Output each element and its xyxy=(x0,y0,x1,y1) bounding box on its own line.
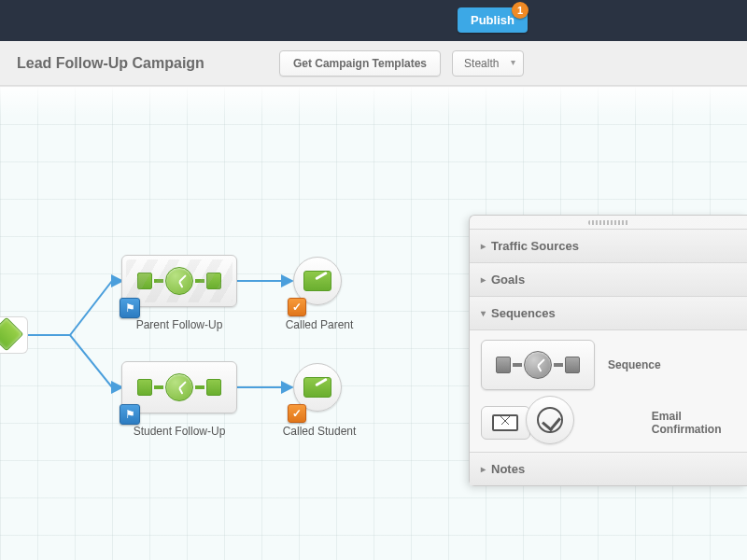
note-edit-icon xyxy=(303,377,331,398)
get-templates-button[interactable]: Get Campaign Templates xyxy=(279,50,441,77)
check-icon: ✓ xyxy=(288,298,306,316)
flag-icon: ⚑ xyxy=(120,404,140,425)
sequence-icon xyxy=(137,267,221,295)
topbar: Publish 1 xyxy=(0,0,747,41)
sequence-icon xyxy=(496,351,580,379)
palette-item-sequence-label: Sequence xyxy=(608,358,661,371)
sequence-icon xyxy=(137,373,221,401)
check-icon: ✓ xyxy=(288,404,306,423)
envelope-icon xyxy=(481,406,530,440)
accordion-sequences-body: Sequence Email Confirmation xyxy=(470,329,747,452)
page-title: Lead Follow-Up Campaign xyxy=(17,55,204,72)
accordion-traffic-sources[interactable]: Traffic Sources xyxy=(470,229,747,262)
flag-icon: ⚑ xyxy=(120,298,140,318)
mode-dropdown[interactable]: Stealth xyxy=(452,50,524,77)
accordion-goals[interactable]: Goals xyxy=(470,262,747,296)
panel-drag-handle[interactable] xyxy=(470,216,747,229)
palette-item-email-confirmation-label: Email Confirmation xyxy=(652,410,736,436)
palette-item-sequence[interactable]: Sequence xyxy=(481,340,736,390)
publish-count-badge: 1 xyxy=(512,2,529,19)
goal-node-student-label: Called Student xyxy=(254,425,385,438)
sequence-node-student-label: Student Follow-Up xyxy=(114,425,245,438)
accordion-sequences[interactable]: Sequences xyxy=(470,296,747,329)
sequence-node-parent-label: Parent Follow-Up xyxy=(114,318,245,331)
palette-item-email-confirmation[interactable]: Email Confirmation xyxy=(481,403,736,442)
confirm-check-icon xyxy=(526,396,574,444)
note-edit-icon xyxy=(303,271,331,291)
accordion-notes[interactable]: Notes xyxy=(470,452,747,485)
palette-panel[interactable]: Traffic Sources Goals Sequences Sequence… xyxy=(469,215,747,486)
goal-node-parent-label: Called Parent xyxy=(254,318,385,331)
header: Lead Follow-Up Campaign Get Campaign Tem… xyxy=(0,41,747,86)
